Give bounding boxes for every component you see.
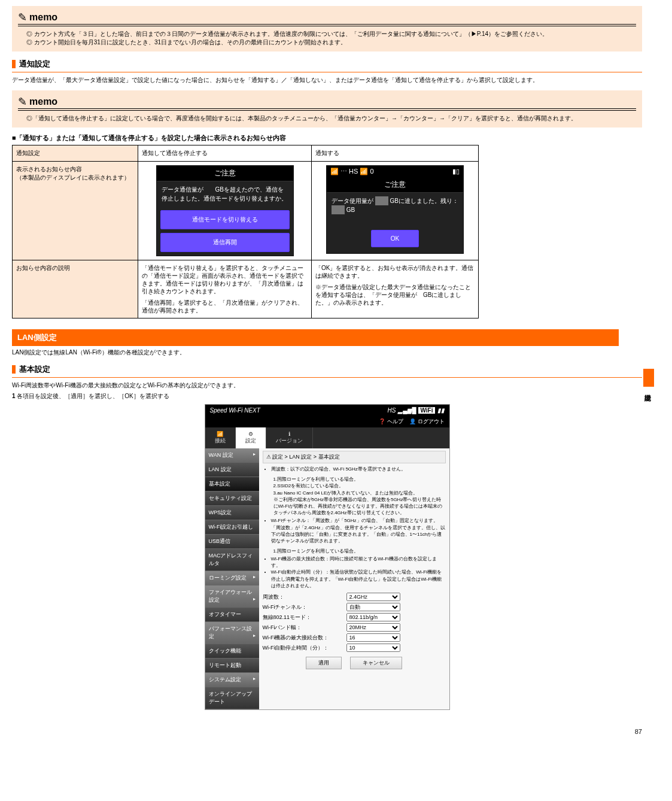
phone-body2-c: GB	[346, 207, 355, 213]
basic-line2: 1 各項目を設定後、［適用］を選択し、［OK］を選択する	[12, 392, 642, 400]
row2-notify-2: ※データ通信量が設定した最大データ通信量になったことを通知する場合は、「データ使…	[315, 283, 475, 307]
cell-phone-notify: 📶 ⋯ HS 📶 0 ▮▯ ご注意 データ使用量が GBに達しました。残り： G…	[312, 162, 479, 260]
hs-icon: HS	[387, 407, 396, 414]
tab-version[interactable]: ℹ バージョン	[266, 427, 313, 448]
lbl-freq: 周波数：	[263, 593, 346, 601]
memo-label: memo	[29, 12, 57, 23]
apply-button[interactable]: 適用	[306, 657, 342, 669]
th-setting: 通知設定	[13, 145, 138, 162]
tab-connect[interactable]: 📶 接続	[205, 427, 236, 448]
sidebar: WAN 設定 LAN 設定 基本設定 セキュリティ設定 WPS設定 Wi-Fi設…	[205, 448, 259, 709]
row2-head: お知らせ内容の説明	[13, 260, 138, 318]
section-bar-icon	[12, 60, 16, 68]
help-li-0: 周波数：以下の設定の場合、Wi-Fi 5GHz帯を選択できません。	[271, 466, 446, 472]
select-bandwidth[interactable]: 20MHz	[346, 623, 400, 632]
lbl-mode: 無線802.11モード：	[263, 614, 346, 621]
select-maxconn[interactable]: 16	[346, 633, 400, 642]
help-link[interactable]: ❓ ヘルプ	[379, 418, 403, 424]
memo2-line0: ◎「通知して通信を停止する」に設定している場合で、再度通信を開始するには、本製品…	[26, 114, 636, 123]
sidebar-item-remote[interactable]: リモート起動	[205, 659, 259, 673]
cell-phone-stop: ご注意 データ通信量が GBを超えたので、通信を停止しました。通信モードを切り替…	[138, 162, 312, 260]
ok-button[interactable]: OK	[371, 230, 419, 247]
phone-body2: データ使用量が GBに達しました。残り： GB	[327, 193, 463, 218]
sidebar-item-wps[interactable]: WPS設定	[205, 506, 259, 520]
basic-title: 基本設定	[19, 364, 50, 375]
tab-version-label: バージョン	[276, 437, 303, 445]
help-li-2: 2.SSID2を有効にしている場合。	[273, 483, 446, 489]
wifi-icon: WiFi	[418, 407, 434, 414]
section-title: 通知設定	[19, 59, 50, 69]
notice-table: 通知設定 通知して通信を停止する 通知する 表示されるお知らせ内容 （本製品のデ…	[12, 145, 479, 318]
breadcrumb: ⚠ 設定 > LAN 設定 > 基本設定	[263, 451, 446, 463]
help-li-5: Wi-Fiチャンネル：「周波数」が「5GHz」の場合、「自動」固定となります。「…	[271, 517, 446, 544]
lan-heading: LAN側設定	[12, 329, 619, 346]
row1-head-l2: （本製品のディスプレイに表示されます）	[16, 174, 134, 182]
help-li-6: 1.国際ローミングを利用している場合。	[263, 548, 446, 554]
status-icons: 📶 ⋯ HS 📶 0	[330, 168, 374, 175]
signal-stack-icon: 📶	[215, 431, 226, 437]
th-stop: 通知して通信を停止する	[138, 145, 312, 162]
sidebar-item-system[interactable]: システム設定	[205, 673, 259, 687]
info-icon: ℹ	[276, 431, 303, 437]
sidebar-item-mac[interactable]: MACアドレスフィルタ	[205, 549, 259, 571]
help-list3: Wi-Fi機器の最大接続台数：同時に接続可能とするWi-Fi機器の台数を設定しま…	[263, 556, 446, 589]
lbl-auto: Wi-Fi自動停止時間（分）：	[263, 644, 346, 652]
basic-line2-text: 各項目を設定後、［適用］を選択し、［OK］を選択する	[17, 393, 169, 399]
select-freq[interactable]: 2.4GHz	[346, 593, 400, 601]
basic-line1: Wi-Fi周波数帯やWi-Fi機器の最大接続数の設定などWi-Fiの基本的な設定…	[12, 381, 642, 390]
row2-notify: 「OK」を選択すると、お知らせ表示が消去されます。通信は継続できます。 ※データ…	[312, 260, 479, 318]
logout-link[interactable]: 👤 ログアウト	[409, 418, 445, 424]
lbl-band: Wi-Fiバンド幅：	[263, 624, 346, 632]
page-number: 87	[0, 726, 672, 741]
tab-settings-label: 設定	[245, 437, 256, 445]
row2-notify-1: 「OK」を選択すると、お知らせ表示が消去されます。通信は継続できます。	[315, 264, 475, 280]
sidebar-item-quick[interactable]: クイック機能	[205, 644, 259, 659]
select-autostop[interactable]: 10	[346, 644, 400, 652]
memo-block-2: ✎ memo ◎「通知して通信を停止する」に設定している場合で、再度通信を開始す…	[12, 90, 642, 128]
sidebar-item-performance[interactable]: パフォーマンス設定	[205, 622, 259, 644]
select-mode[interactable]: 802.11b/g/n	[346, 613, 400, 621]
help-li-7: Wi-Fi機器の最大接続台数：同時に接続可能とするWi-Fi機器の台数を設定しま…	[271, 556, 446, 569]
sidebar-item-firewall[interactable]: ファイアウォール設定	[205, 585, 259, 608]
help-list2: Wi-Fiチャンネル：「周波数」が「5GHz」の場合、「自動」固定となります。「…	[263, 517, 446, 544]
sidebar-item-basic[interactable]: 基本設定	[205, 477, 259, 491]
cancel-button[interactable]: キャンセル	[350, 657, 402, 669]
tab-settings[interactable]: ⚙ 設定	[236, 427, 266, 448]
router-brand: Speed Wi-Fi NEXT	[210, 407, 260, 414]
help-list: 周波数：以下の設定の場合、Wi-Fi 5GHz帯を選択できません。	[263, 466, 446, 472]
memo1-line1: ◎ カウント開始日を毎月31日に設定したとき、31日までない月の場合は、その月の…	[26, 38, 636, 47]
sidebar-item-offtimer[interactable]: オフタイマー	[205, 608, 259, 622]
help-li-1: 1.国際ローミングを利用している場合。	[273, 476, 446, 483]
sidebar-item-roaming[interactable]: ローミング設定	[205, 571, 259, 585]
phone-body2-b: GBに達しました。残り：	[390, 198, 458, 204]
memo-label: memo	[29, 96, 57, 107]
resume-button[interactable]: 通信再開	[160, 233, 290, 252]
sidebar-item-lan[interactable]: LAN 設定	[205, 463, 259, 477]
row2-stop-2: 「通信再開」を選択すると、「月次通信量」がクリアされ、通信が再開されます。	[142, 299, 308, 314]
table-title: ■「通知する」または「通知して通信を停止する」を設定した場合に表示されるお知らせ…	[12, 134, 642, 142]
phone-title: ご注意	[157, 166, 293, 181]
switch-mode-button[interactable]: 通信モードを切り替える	[160, 210, 290, 229]
logout-text: ログアウト	[418, 418, 445, 424]
help-li-8: Wi-Fi自動停止時間（分）：無通信状態が設定した時間続いた場合、Wi-Fi機能…	[271, 569, 446, 589]
sidebar-item-security[interactable]: セキュリティ設定	[205, 491, 259, 506]
router-screenshot: Speed Wi-Fi NEXT HS ▂▄▆█ WiFi ▮▮ ❓ ヘルプ 👤…	[205, 404, 450, 710]
sidebar-item-wan[interactable]: WAN 設定	[205, 448, 259, 463]
pencil-icon: ✎	[18, 95, 27, 108]
memo1-line0: ◎ カウント方式を「３日」とした場合、前日までの３日間のデータ通信量が表示されま…	[26, 30, 636, 38]
tab-connect-label: 接続	[215, 437, 226, 445]
select-channel[interactable]: 自動	[346, 603, 400, 611]
row1-head: 表示されるお知らせ内容 （本製品のディスプレイに表示されます）	[13, 162, 138, 260]
sidebar-item-update[interactable]: オンラインアップデート	[205, 687, 259, 709]
row2-stop-1: 「通信モードを切り替える」を選択すると、タッチメニューの「通信モード設定」画面が…	[142, 264, 308, 295]
sidebar-item-share[interactable]: Wi-Fi設定お引越し	[205, 520, 259, 535]
phone-body: データ通信量が GBを超えたので、通信を停止しました。通信モードを切り替えますか…	[157, 181, 293, 207]
battery-icon: ▮▮	[437, 407, 445, 414]
help-li-4: ※ご利用の端末が5GHz帯非対応機器の場合、周波数を5GHz帯へ切り替えた時にW…	[273, 496, 446, 517]
help-li-3: 3.au Nano IC Card 04 LEが挿入されていない、または無効な場…	[273, 490, 446, 496]
row1-head-l1: 表示されるお知らせ内容	[16, 165, 134, 174]
lan-desc: LAN側設定では無線LAN（Wi-Fi®）機能の各種設定ができます。	[12, 348, 642, 357]
phone-body2-a: データ使用量が	[332, 198, 373, 204]
sidebar-item-usb[interactable]: USB通信	[205, 535, 259, 549]
pencil-icon: ✎	[18, 11, 27, 24]
